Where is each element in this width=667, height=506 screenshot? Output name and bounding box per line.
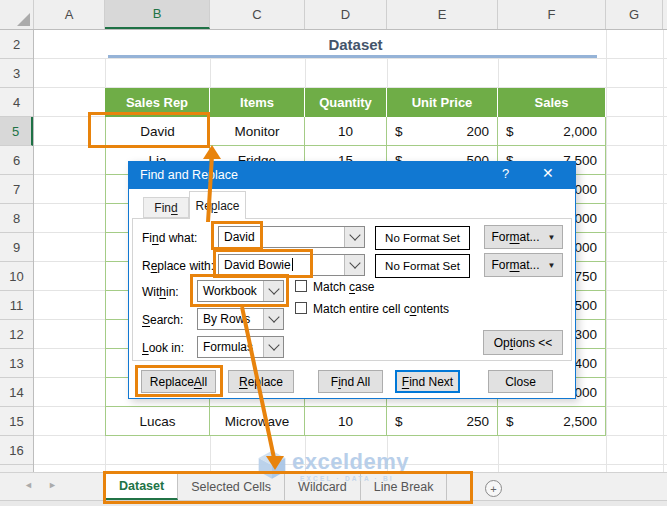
sheet-tab-line-break[interactable]: Line Break xyxy=(361,473,448,500)
row-header-11[interactable]: 11 xyxy=(0,291,33,320)
dropdown-arrow-icon: ▼ xyxy=(548,261,556,270)
look-in-label: Look in: xyxy=(142,341,184,355)
row-header-10[interactable]: 10 xyxy=(0,262,33,291)
replace-button[interactable]: Replace xyxy=(228,370,294,393)
within-label: Within: xyxy=(142,285,179,299)
row-header-strip: 2345678910111213141516 xyxy=(0,30,34,472)
look-in-dropdown-button[interactable] xyxy=(263,337,283,357)
table-header-unit-price: Unit Price xyxy=(387,88,498,117)
sheet-nav-right-icon[interactable]: ► xyxy=(48,480,57,490)
row-header-13[interactable]: 13 xyxy=(0,349,33,378)
cell-E5[interactable]: $200 xyxy=(387,117,498,146)
gridline xyxy=(606,30,607,472)
dialog-close-icon[interactable]: ✕ xyxy=(542,165,554,181)
replace-all-button[interactable]: Replace All xyxy=(141,370,216,393)
row-header-6[interactable]: 6 xyxy=(0,146,33,175)
cell-B5[interactable]: David xyxy=(105,117,210,146)
dataset-title-cell: Dataset xyxy=(105,30,606,58)
find-format-button-label: Format... xyxy=(492,230,540,244)
options-button[interactable]: Options << xyxy=(483,330,563,355)
table-header-sales-rep: Sales Rep xyxy=(105,88,210,117)
close-button[interactable]: Close xyxy=(488,370,553,393)
find-format-preview: No Format Set xyxy=(375,226,470,250)
sheet-tab-dataset[interactable]: Dataset xyxy=(106,473,178,500)
column-header-C[interactable]: C xyxy=(210,0,305,29)
row-header-2[interactable]: 2 xyxy=(0,30,33,59)
look-in-value: Formulas xyxy=(198,340,263,354)
cell-F15[interactable]: $2,500 xyxy=(498,407,606,436)
row-header-3[interactable]: 3 xyxy=(0,59,33,88)
dialog-help-icon[interactable]: ? xyxy=(502,166,509,181)
sheet-tab-selected-cells[interactable]: Selected Cells xyxy=(178,473,285,500)
row-header-8[interactable]: 8 xyxy=(0,204,33,233)
find-what-value[interactable]: David xyxy=(219,230,344,244)
table-header-items: Items xyxy=(210,88,305,117)
column-header-E[interactable]: E xyxy=(387,0,498,29)
find-what-dropdown-button[interactable] xyxy=(344,227,364,247)
match-case-label: Match case xyxy=(313,280,374,294)
sheet-nav-left-icon[interactable]: ◄ xyxy=(24,480,33,490)
dropdown-arrow-icon: ▼ xyxy=(548,233,556,242)
find-what-label: Find what: xyxy=(142,231,197,245)
find-what-input[interactable]: David xyxy=(218,226,365,248)
row-header-5[interactable]: 5 xyxy=(0,117,33,146)
row-header-15[interactable]: 15 xyxy=(0,407,33,436)
match-case-checkbox[interactable] xyxy=(295,280,307,292)
within-dropdown[interactable]: Workbook xyxy=(197,280,284,302)
column-header-D[interactable]: D xyxy=(305,0,387,29)
match-entire-label: Match entire cell contents xyxy=(313,302,449,316)
chevron-down-icon xyxy=(349,229,360,240)
row-header-7[interactable]: 7 xyxy=(0,175,33,204)
add-sheet-button[interactable]: + xyxy=(485,480,502,497)
search-dropdown[interactable]: By Rows xyxy=(197,308,284,330)
within-dropdown-button[interactable] xyxy=(263,281,283,301)
title-underline xyxy=(108,55,597,58)
cell-D15[interactable]: 10 xyxy=(305,407,387,436)
tab-find[interactable]: Find xyxy=(143,197,189,218)
find-format-button[interactable]: Format...▼ xyxy=(484,225,563,249)
row-header-16[interactable]: 16 xyxy=(0,436,33,465)
table-header-quantity: Quantity xyxy=(305,88,387,117)
column-header-F[interactable]: F xyxy=(498,0,606,29)
look-in-dropdown[interactable]: Formulas xyxy=(197,336,284,358)
chevron-down-icon xyxy=(268,283,279,294)
replace-with-input[interactable]: David Bowie xyxy=(218,254,365,276)
table-row-5: DavidMonitor10$200$2,000 xyxy=(105,117,606,146)
find-all-button[interactable]: Find All xyxy=(318,370,383,393)
select-all-corner[interactable] xyxy=(0,0,34,29)
row-header-12[interactable]: 12 xyxy=(0,320,33,349)
table-row-15: LucasMicrowave10$250$2,500 xyxy=(105,407,606,436)
column-header-B[interactable]: B xyxy=(105,0,210,29)
dialog-titlebar[interactable]: Find and Replace ? ✕ xyxy=(128,161,576,189)
cell-C5[interactable]: Monitor xyxy=(210,117,305,146)
tab-replace[interactable]: Replace xyxy=(189,191,246,219)
text-caret xyxy=(292,258,293,271)
search-value: By Rows xyxy=(198,312,263,326)
chevron-down-icon xyxy=(268,339,279,350)
dialog-title: Find and Replace xyxy=(140,168,238,182)
row-header-14[interactable]: 14 xyxy=(0,378,33,407)
replace-with-value[interactable]: David Bowie xyxy=(219,258,344,272)
search-dropdown-button[interactable] xyxy=(263,309,283,329)
gridline xyxy=(663,30,664,472)
row-header-9[interactable]: 9 xyxy=(0,233,33,262)
chevron-down-icon xyxy=(268,311,279,322)
find-next-button[interactable]: Find Next xyxy=(395,370,460,393)
cell-B15[interactable]: Lucas xyxy=(105,407,210,436)
cell-E15[interactable]: $250 xyxy=(387,407,498,436)
cell-F5[interactable]: $2,000 xyxy=(498,117,606,146)
column-header-strip: ABCDEFG xyxy=(0,0,667,30)
cell-C15[interactable]: Microwave xyxy=(210,407,305,436)
chevron-down-icon xyxy=(349,257,360,268)
replace-format-button-label: Format... xyxy=(492,258,540,272)
replace-format-preview: No Format Set xyxy=(375,254,470,278)
replace-format-button[interactable]: Format...▼ xyxy=(484,253,563,277)
sheet-tab-wildcard[interactable]: Wildcard xyxy=(285,473,361,500)
status-bar-strip xyxy=(0,500,667,506)
cell-D5[interactable]: 10 xyxy=(305,117,387,146)
row-header-4[interactable]: 4 xyxy=(0,88,33,117)
match-entire-checkbox[interactable] xyxy=(295,302,307,314)
column-header-A[interactable]: A xyxy=(34,0,105,29)
replace-with-dropdown-button[interactable] xyxy=(344,255,364,275)
column-header-G[interactable]: G xyxy=(606,0,663,29)
